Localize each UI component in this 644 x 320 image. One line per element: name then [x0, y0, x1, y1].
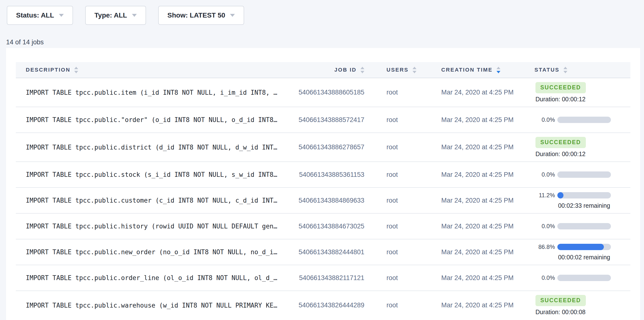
job-description: IMPORT TABLE tpcc.public.item (i_id INT8… — [16, 89, 284, 96]
job-creation-time: Mar 24, 2020 at 4:25 PM — [441, 223, 534, 230]
sort-icon[interactable] — [412, 67, 416, 73]
job-creation-time: Mar 24, 2020 at 4:25 PM — [441, 274, 534, 282]
sort-icon-active-desc[interactable] — [496, 67, 500, 73]
table-body: IMPORT TABLE tpcc.public.item (i_id INT8… — [16, 78, 630, 319]
job-description: IMPORT TABLE tpcc.public.new_order (no_o… — [16, 248, 284, 256]
table-row[interactable]: IMPORT TABLE tpcc.public.history (rowid … — [16, 214, 630, 239]
table-row[interactable]: IMPORT TABLE tpcc.public.warehouse (w_id… — [16, 291, 630, 319]
job-creation-time: Mar 24, 2020 at 4:25 PM — [441, 89, 534, 96]
sort-icon[interactable] — [564, 67, 567, 73]
progress-percent: 0.0% — [534, 171, 555, 178]
column-header-description[interactable]: DESCRIPTION — [16, 67, 284, 73]
job-creation-time: Mar 24, 2020 at 4:25 PM — [441, 143, 534, 151]
type-filter-dropdown[interactable]: Type: ALL — [85, 6, 146, 25]
job-creation-time: Mar 24, 2020 at 4:25 PM — [441, 197, 534, 204]
job-user: root — [364, 301, 441, 309]
job-user: root — [364, 143, 441, 151]
job-creation-time: Mar 24, 2020 at 4:25 PM — [441, 248, 534, 256]
chevron-down-icon — [59, 14, 64, 17]
job-user: root — [364, 248, 441, 256]
job-id: 540661343888572417 — [284, 116, 364, 124]
job-creation-time: Mar 24, 2020 at 4:25 PM — [441, 116, 534, 124]
status-duration: Duration: 00:00:08 — [536, 308, 630, 315]
job-status-cell: SUCCEEDED Duration: 00:00:12 — [534, 137, 630, 158]
status-filter-label: Status: ALL — [16, 12, 54, 19]
table-row[interactable]: IMPORT TABLE tpcc.public.item (i_id INT8… — [16, 78, 630, 107]
job-status-cell: 0.0% — [534, 223, 630, 230]
status-badge: SUCCEEDED — [536, 137, 586, 148]
column-header-job-id[interactable]: JOB ID — [284, 67, 364, 73]
status-progress-block: 86.8% 00:00:02 remaining — [534, 243, 630, 261]
progress-bar — [557, 275, 611, 281]
status-progress-block: 0.0% — [534, 171, 630, 178]
job-description: IMPORT TABLE tpcc.public.order_line (ol_… — [16, 274, 284, 281]
table-row[interactable]: IMPORT TABLE tpcc.public.customer (c_id … — [16, 188, 630, 214]
job-id: 540661343884673025 — [284, 223, 364, 230]
job-status-cell: 0.0% — [534, 171, 630, 178]
job-user: root — [364, 89, 441, 96]
progress-percent: 11.2% — [534, 192, 555, 199]
job-status-cell: 0.0% — [534, 274, 630, 281]
progress-fill — [557, 244, 604, 250]
status-progress-block: 11.2% 00:02:33 remaining — [534, 192, 630, 209]
table-header-row: DESCRIPTION JOB ID USERS CREATION TIME S… — [16, 62, 630, 78]
progress-bar — [557, 244, 611, 250]
status-duration: Duration: 00:00:12 — [536, 96, 630, 103]
job-description: IMPORT TABLE tpcc.public.warehouse (w_id… — [16, 302, 284, 309]
progress-percent: 0.0% — [534, 223, 555, 230]
status-filter-dropdown[interactable]: Status: ALL — [7, 6, 73, 25]
job-id: 540661343826444289 — [284, 301, 364, 309]
job-description: IMPORT TABLE tpcc.public.stock (s_i_id I… — [16, 171, 284, 178]
job-user: root — [364, 223, 441, 230]
job-creation-time: Mar 24, 2020 at 4:25 PM — [441, 301, 534, 309]
job-id: 540661343885361153 — [284, 171, 364, 178]
progress-percent: 0.0% — [534, 116, 555, 123]
table-row[interactable]: IMPORT TABLE tpcc.public.district (d_id … — [16, 133, 630, 162]
job-status-cell: SUCCEEDED Duration: 00:00:08 — [534, 295, 630, 315]
job-user: root — [364, 274, 441, 282]
column-header-creation-time[interactable]: CREATION TIME — [441, 67, 534, 73]
job-status-cell: 0.0% — [534, 116, 630, 123]
job-description: IMPORT TABLE tpcc.public.district (d_id … — [16, 144, 284, 151]
sort-icon[interactable] — [74, 67, 78, 73]
progress-fill — [557, 192, 564, 198]
type-filter-label: Type: ALL — [94, 12, 127, 19]
status-badge: SUCCEEDED — [536, 82, 586, 93]
table-row[interactable]: IMPORT TABLE tpcc.public.new_order (no_o… — [16, 239, 630, 265]
jobs-table: DESCRIPTION JOB ID USERS CREATION TIME S… — [16, 48, 630, 319]
job-id: 540661343882117121 — [284, 274, 364, 282]
job-description: IMPORT TABLE tpcc.public.customer (c_id … — [16, 197, 284, 204]
status-progress-block: 0.0% — [534, 274, 630, 281]
chevron-down-icon — [230, 14, 235, 17]
job-id: 540661343888605185 — [284, 89, 364, 96]
show-filter-label: Show: LATEST 50 — [168, 12, 226, 19]
column-header-status[interactable]: STATUS — [534, 67, 630, 73]
column-header-users[interactable]: USERS — [364, 67, 441, 73]
status-succeeded-block: SUCCEEDED Duration: 00:00:08 — [534, 295, 630, 315]
progress-bar — [557, 223, 611, 229]
status-succeeded-block: SUCCEEDED Duration: 00:00:12 — [534, 82, 630, 103]
sort-icon[interactable] — [360, 67, 364, 73]
progress-bar — [557, 192, 611, 198]
progress-bar — [557, 117, 611, 123]
job-status-cell: 86.8% 00:00:02 remaining — [534, 243, 630, 261]
show-filter-dropdown[interactable]: Show: LATEST 50 — [158, 6, 244, 25]
progress-percent: 86.8% — [534, 243, 555, 250]
progress-remaining: 00:02:33 remaining — [557, 202, 611, 209]
job-id: 540661343884869633 — [284, 197, 364, 204]
job-description: IMPORT TABLE tpcc.public.history (rowid … — [16, 223, 284, 230]
progress-bar — [557, 171, 611, 178]
table-row[interactable]: IMPORT TABLE tpcc.public."order" (o_id I… — [16, 107, 630, 133]
job-status-cell: SUCCEEDED Duration: 00:00:12 — [534, 82, 630, 103]
job-id: 540661343882444801 — [284, 248, 364, 256]
job-user: root — [364, 197, 441, 204]
jobs-table-card: DESCRIPTION JOB ID USERS CREATION TIME S… — [6, 48, 640, 320]
filter-bar: Status: ALL Type: ALL Show: LATEST 50 — [7, 6, 244, 25]
status-progress-block: 0.0% — [534, 223, 630, 230]
status-badge: SUCCEEDED — [536, 295, 586, 306]
table-row[interactable]: IMPORT TABLE tpcc.public.order_line (ol_… — [16, 265, 630, 291]
progress-percent: 0.0% — [534, 274, 555, 281]
job-user: root — [364, 116, 441, 124]
table-row[interactable]: IMPORT TABLE tpcc.public.stock (s_i_id I… — [16, 162, 630, 188]
status-succeeded-block: SUCCEEDED Duration: 00:00:12 — [534, 137, 630, 158]
